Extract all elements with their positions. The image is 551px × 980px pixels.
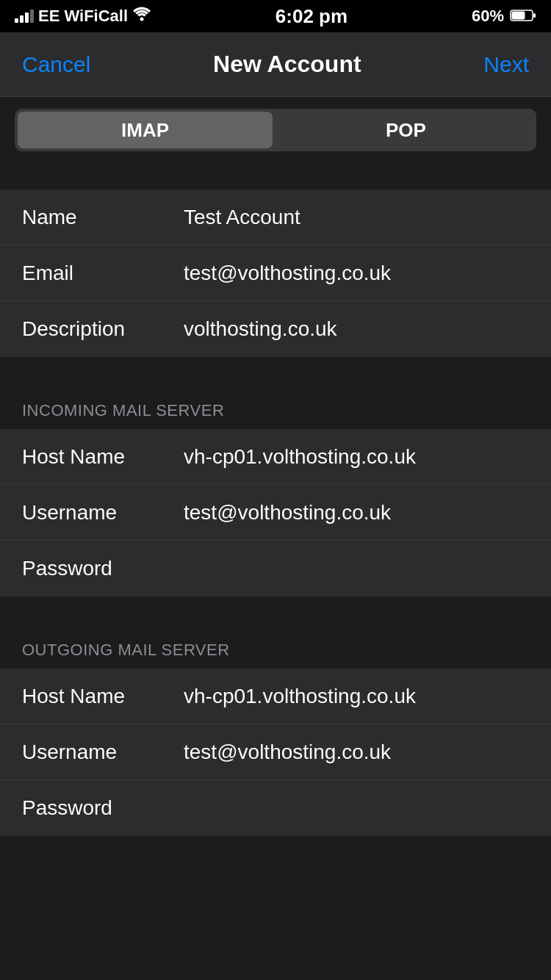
incoming-hostname-label: Host Name <box>22 445 184 469</box>
name-value[interactable]: Test Account <box>184 206 529 229</box>
wifi-icon <box>132 7 151 26</box>
outgoing-password-row: Password <box>0 780 551 836</box>
svg-rect-2 <box>533 13 536 18</box>
name-label: Name <box>22 206 184 229</box>
outgoing-hostname-value[interactable]: vh-cp01.volthosting.co.uk <box>184 685 529 708</box>
imap-option[interactable]: IMAP <box>18 112 273 148</box>
svg-rect-3 <box>511 12 525 20</box>
incoming-password-row: Password <box>0 541 551 597</box>
segment-container: IMAP POP <box>0 97 551 163</box>
carrier-label: EE WiFiCall <box>38 7 128 26</box>
nav-title: New Account <box>213 51 361 78</box>
outgoing-username-row: Username test@volthosting.co.uk <box>0 724 551 780</box>
pop-option[interactable]: POP <box>278 112 533 148</box>
nav-bar: Cancel New Account Next <box>0 32 551 97</box>
section-gap-1 <box>0 163 551 190</box>
name-row: Name Test Account <box>0 190 551 245</box>
incoming-username-row: Username test@volthosting.co.uk <box>0 485 551 541</box>
incoming-section: Host Name vh-cp01.volthosting.co.uk User… <box>0 429 551 597</box>
outgoing-section-header: OUTGOING MAIL SERVER <box>0 623 551 669</box>
svg-point-0 <box>140 18 144 21</box>
status-time: 6:02 pm <box>276 5 347 28</box>
incoming-password-label: Password <box>22 557 184 580</box>
battery-icon <box>510 6 536 26</box>
next-button[interactable]: Next <box>483 52 529 77</box>
email-value[interactable]: test@volthosting.co.uk <box>184 262 529 285</box>
section-gap-2 <box>0 357 551 383</box>
incoming-hostname-row: Host Name vh-cp01.volthosting.co.uk <box>0 429 551 485</box>
description-row: Description volthosting.co.uk <box>0 301 551 357</box>
outgoing-username-value[interactable]: test@volthosting.co.uk <box>184 741 529 764</box>
battery-percent: 60% <box>472 7 504 26</box>
cancel-button[interactable]: Cancel <box>22 52 90 77</box>
incoming-username-label: Username <box>22 501 184 525</box>
outgoing-hostname-row: Host Name vh-cp01.volthosting.co.uk <box>0 669 551 724</box>
status-bar: EE WiFiCall 6:02 pm 60% <box>0 0 551 32</box>
outgoing-username-label: Username <box>22 741 184 764</box>
incoming-label: INCOMING MAIL SERVER <box>22 401 224 419</box>
outgoing-label: OUTGOING MAIL SERVER <box>22 641 230 659</box>
section-gap-3 <box>0 597 551 623</box>
status-left: EE WiFiCall <box>15 7 151 26</box>
account-section: Name Test Account Email test@volthosting… <box>0 190 551 357</box>
incoming-hostname-value[interactable]: vh-cp01.volthosting.co.uk <box>184 445 529 469</box>
status-right: 60% <box>472 6 536 26</box>
signal-icon <box>15 10 34 23</box>
email-row: Email test@volthosting.co.uk <box>0 245 551 301</box>
protocol-segment[interactable]: IMAP POP <box>15 109 536 151</box>
incoming-section-header: INCOMING MAIL SERVER <box>0 383 551 429</box>
outgoing-section: Host Name vh-cp01.volthosting.co.uk User… <box>0 669 551 836</box>
outgoing-password-label: Password <box>22 796 184 820</box>
outgoing-hostname-label: Host Name <box>22 685 184 708</box>
email-label: Email <box>22 262 184 285</box>
incoming-username-value[interactable]: test@volthosting.co.uk <box>184 501 529 525</box>
description-value[interactable]: volthosting.co.uk <box>184 317 529 341</box>
description-label: Description <box>22 317 184 341</box>
